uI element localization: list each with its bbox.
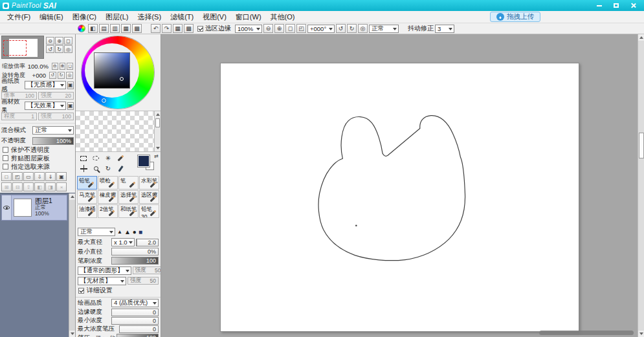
- layer-option-button[interactable]: ▣: [56, 172, 67, 181]
- scratchpad-scrollbar[interactable]: [154, 111, 161, 151]
- brush-bucket[interactable]: 油漆桶: [77, 204, 97, 218]
- brush-density-slider[interactable]: 100: [111, 257, 159, 265]
- layer-list-scrollbar[interactable]: [69, 193, 75, 337]
- brush-select-eraser[interactable]: 选区擦: [139, 190, 159, 204]
- zoom-in-button[interactable]: ⊕: [274, 24, 284, 33]
- brush-shape-square-icon[interactable]: ■: [139, 229, 142, 235]
- zoom-inc-button[interactable]: ⊕: [60, 63, 66, 70]
- rotate-canvas-tool[interactable]: ↻: [102, 164, 114, 173]
- navigator-preview[interactable]: [1, 36, 44, 59]
- paper-texture-select[interactable]: 【无质感】: [25, 81, 66, 89]
- brush-marker[interactable]: 马克笔: [77, 190, 97, 204]
- panel-toggle-navigator-button[interactable]: ◧: [88, 24, 98, 33]
- material-degree-slider[interactable]: 程度1: [1, 113, 37, 120]
- selection-edge-checkbox[interactable]: 选区边缘: [197, 24, 231, 33]
- panel-toggle-tool-button[interactable]: ▦: [121, 24, 131, 33]
- invert-selection-button[interactable]: ▩: [184, 24, 194, 33]
- minimize-button[interactable]: [591, 1, 608, 10]
- brush-airbrush[interactable]: 喷枪: [98, 176, 118, 190]
- eyedropper-tool[interactable]: [115, 164, 126, 173]
- new-layer-button[interactable]: □: [1, 172, 12, 181]
- panel-toggle-color-button[interactable]: ▥: [110, 24, 120, 33]
- panel-toggle-option-button[interactable]: ▩: [132, 24, 142, 33]
- brush-pencil30[interactable]: 铅笔30: [139, 204, 159, 218]
- brush-shape-circle-icon[interactable]: ●: [133, 229, 137, 235]
- zoom-reset-small-button[interactable]: ◻: [67, 63, 73, 70]
- brush-texture-select[interactable]: 【无材质】: [78, 277, 126, 285]
- color-wheel-toggle-icon[interactable]: [78, 25, 85, 32]
- magic-wand-tool[interactable]: ✳: [102, 153, 114, 163]
- paper-strength-slider[interactable]: 强度20: [38, 92, 74, 100]
- layer-mask-button[interactable]: ◨: [45, 182, 56, 191]
- swap-colors-icon[interactable]: ⇄: [154, 153, 159, 159]
- menu-others[interactable]: 其他(O): [266, 11, 300, 23]
- layer-visibility-cell[interactable]: [2, 195, 12, 220]
- brush-edge-shape-select[interactable]: 【通常的圆形】: [78, 266, 131, 275]
- scroll-thumb[interactable]: [155, 118, 160, 127]
- brush-shape-flat-icon[interactable]: ▲: [117, 230, 122, 235]
- rotation-select[interactable]: +000°: [307, 25, 335, 33]
- close-button[interactable]: [625, 1, 641, 10]
- min-density-slider[interactable]: 0: [111, 317, 159, 325]
- scroll-up-arrow[interactable]: [638, 34, 644, 41]
- diameter-unit-select[interactable]: x 1.0: [111, 238, 135, 246]
- zoom-select[interactable]: 100%: [235, 25, 262, 33]
- layer-up-button[interactable]: ⇧: [23, 182, 34, 191]
- delete-layer-button[interactable]: ×: [56, 182, 67, 191]
- clear-layer-button[interactable]: ⊞: [1, 182, 12, 191]
- canvas-document[interactable]: [220, 63, 579, 332]
- menu-edit[interactable]: 编辑(E): [35, 11, 68, 23]
- new-layer-set-button[interactable]: ▭: [23, 172, 34, 181]
- brush-eraser[interactable]: 橡皮擦: [98, 190, 118, 204]
- pen-pressure-slider[interactable]: 100: [117, 334, 159, 337]
- menu-view[interactable]: 视图(V): [198, 11, 231, 23]
- brush-blend-mode-select[interactable]: 正常: [78, 228, 115, 236]
- zoom-fit-button[interactable]: ◰: [296, 24, 306, 33]
- shape-strength-slider[interactable]: 强度50: [133, 266, 162, 274]
- edge-hardness-slider[interactable]: 0: [111, 309, 159, 316]
- material-strength-slider[interactable]: 强度100: [38, 113, 74, 120]
- max-density-pressure-slider[interactable]: 0: [119, 325, 159, 333]
- canvas-area[interactable]: [161, 34, 638, 337]
- select-pen-tool[interactable]: [115, 153, 126, 163]
- min-diameter-slider[interactable]: 0%: [111, 248, 159, 255]
- scroll-up-arrow[interactable]: [69, 193, 75, 200]
- move-tool[interactable]: [78, 164, 89, 173]
- brush-binary-pen[interactable]: 2值笔: [98, 204, 118, 218]
- nav-zoom-in-button[interactable]: ⊕: [55, 37, 63, 45]
- material-effect-select[interactable]: 【无效果】: [25, 102, 66, 110]
- menu-layer[interactable]: 图层(L): [101, 11, 133, 23]
- zoom-out-button[interactable]: ⊖: [263, 24, 273, 33]
- menu-image[interactable]: 图像(C): [68, 11, 101, 23]
- menu-file[interactable]: 文件(F): [3, 11, 35, 23]
- zoom-reset-button[interactable]: ◻: [285, 24, 295, 33]
- new-linework-layer-button[interactable]: ◰: [12, 172, 23, 181]
- paint-quality-select[interactable]: 4 (品质优先): [111, 299, 159, 307]
- brush-shape-triangle-icon[interactable]: ▲: [124, 229, 131, 235]
- paper-texture-option-button[interactable]: ▣: [67, 82, 74, 89]
- opacity-slider[interactable]: 100%: [32, 137, 74, 145]
- nav-rotate-cw-button[interactable]: ↻: [55, 45, 63, 53]
- brush-pen[interactable]: 笔: [118, 176, 139, 190]
- zoom-dec-button[interactable]: ⊖: [52, 63, 58, 70]
- layer-down-button[interactable]: ◧: [34, 182, 45, 191]
- max-diameter-slider[interactable]: 2.0: [136, 239, 159, 246]
- merge-down-button[interactable]: ⇓: [45, 172, 56, 181]
- maximize-button[interactable]: [608, 1, 625, 10]
- navigator-view-rect[interactable]: [3, 40, 27, 56]
- brush-watercolor[interactable]: 水彩笔: [139, 176, 159, 190]
- stabilizer-select[interactable]: 3: [435, 25, 454, 33]
- paint-mode-select[interactable]: 正常: [369, 25, 399, 33]
- blend-mode-select[interactable]: 正常: [32, 126, 74, 135]
- rect-select-tool[interactable]: [78, 153, 89, 163]
- clipping-group-checkbox[interactable]: 剪贴图层蒙板: [0, 154, 75, 162]
- selection-source-checkbox[interactable]: 指定选取来源: [0, 162, 75, 171]
- transfer-down-button[interactable]: ⇩: [34, 172, 45, 181]
- brush-paper-pen[interactable]: 和纸笔: [118, 204, 139, 218]
- zoom-tool[interactable]: [90, 164, 102, 173]
- detail-settings-checkbox[interactable]: 详细设置: [76, 286, 161, 295]
- foreground-color-swatch[interactable]: [138, 155, 150, 167]
- rotate-cw-small-button[interactable]: ↻: [58, 72, 65, 79]
- scroll-down-arrow[interactable]: [638, 331, 644, 337]
- nav-rotate-ccw-button[interactable]: ↺: [46, 45, 54, 53]
